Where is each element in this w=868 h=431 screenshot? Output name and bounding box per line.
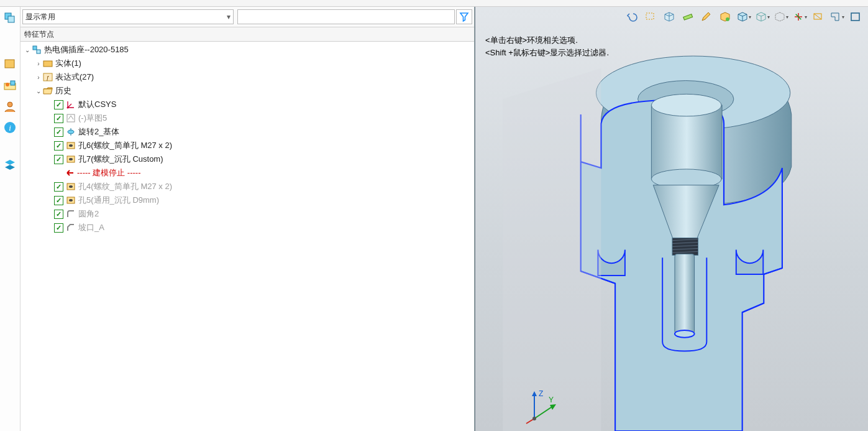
tree-row[interactable]: ✓孔7(螺纹_沉孔 Custom)	[21, 152, 474, 166]
svg-point-18	[69, 144, 73, 147]
hole-icon	[66, 182, 76, 192]
feature-tree[interactable]: ⌄ 热电偶插座--2020-5185 › 实体(1)	[21, 42, 474, 431]
tree-row[interactable]: › ƒ 表达式(27)	[21, 70, 474, 84]
feature-label: (-)草图5	[78, 113, 107, 124]
feature-label: 孔4(螺纹_简单孔 M27 x 2)	[78, 181, 172, 192]
svg-line-47	[534, 406, 553, 419]
svg-text:Z: Z	[539, 389, 543, 398]
layers-icon[interactable]	[2, 157, 17, 172]
side-toolbar: i	[0, 7, 21, 431]
expand-icon[interactable]: ›	[34, 59, 43, 68]
feature-checkbox[interactable]: ✓	[54, 182, 63, 192]
user-icon[interactable]	[2, 99, 17, 114]
model-viewport[interactable]: ▾ ▾ ▾ ▾ ▾ <单击右键>环境相关选项. <Shift +鼠标右键>显示选…	[475, 7, 868, 431]
svg-point-34	[651, 94, 721, 116]
feature-checkbox[interactable]: ✓	[54, 100, 63, 109]
feature-checkbox[interactable]: ✓	[54, 114, 63, 123]
collapse-icon[interactable]: ⌄	[34, 86, 43, 95]
tree-row[interactable]: ✓圆角2	[21, 207, 474, 221]
feature-tree-panel: 显示常用 ▾ 特征节点 ⌄	[21, 7, 475, 431]
filter-text-input[interactable]	[237, 9, 455, 24]
feature-label: 坡口_A	[78, 222, 104, 233]
feature-checkbox[interactable]: ✓	[54, 141, 63, 151]
folder-open-icon	[43, 86, 53, 96]
expression-icon: ƒ	[43, 72, 53, 82]
svg-text:i: i	[9, 123, 11, 132]
assembly-tree-icon[interactable]	[2, 11, 17, 25]
chamfer-icon	[66, 223, 76, 233]
svg-rect-2	[5, 60, 14, 68]
feature-label: 孔7(螺纹_沉孔 Custom)	[78, 154, 163, 165]
feature-checkbox[interactable]: ✓	[54, 196, 63, 205]
feature-label: 圆角2	[78, 208, 99, 220]
svg-text:Y: Y	[549, 396, 554, 404]
scene-icon[interactable]	[2, 78, 17, 93]
collapse-icon[interactable]: ⌄	[23, 45, 32, 54]
display-mode-label: 显示常用	[25, 12, 55, 22]
fillet-icon	[66, 209, 76, 219]
svg-point-20	[69, 158, 73, 160]
display-mode-select[interactable]: 显示常用 ▾	[22, 9, 234, 24]
axis-triad: Z Y	[525, 387, 562, 425]
filter-funnel-button[interactable]	[456, 9, 472, 24]
tree-row[interactable]: › 实体(1)	[21, 57, 474, 70]
sketch-icon	[66, 113, 76, 123]
info-icon[interactable]: i	[2, 120, 17, 135]
svg-point-4	[6, 83, 9, 86]
svg-point-43	[675, 330, 695, 338]
feature-label: 旋转2_基体	[78, 126, 119, 137]
svg-rect-5	[11, 81, 15, 85]
svg-rect-11	[43, 61, 52, 67]
svg-point-24	[69, 199, 73, 202]
chevron-down-icon: ▾	[227, 12, 231, 21]
svg-text:ƒ: ƒ	[46, 75, 49, 81]
tree-row[interactable]: ----- 建模停止 -----	[21, 166, 474, 180]
tree-root-label: 热电偶插座--2020-5185	[44, 44, 129, 55]
feature-checkbox[interactable]: ✓	[54, 127, 63, 137]
tree-row[interactable]: ✓默认CSYS	[21, 98, 474, 111]
tree-row[interactable]: ✓坡口_A	[21, 221, 474, 234]
filter-row: 显示常用 ▾	[21, 7, 474, 27]
tree-row[interactable]: ✓旋转2_基体	[21, 125, 474, 139]
model-render	[475, 7, 868, 431]
hole-icon	[66, 154, 76, 164]
svg-rect-1	[8, 16, 14, 22]
assembly-icon	[32, 45, 42, 55]
tree-row[interactable]: ✓孔5(通用_沉孔 D9mm)	[21, 193, 474, 207]
svg-point-16	[68, 130, 74, 134]
svg-point-22	[69, 185, 73, 188]
hole-icon	[66, 195, 76, 205]
tree-header: 特征节点	[21, 27, 474, 42]
svg-point-14	[67, 107, 69, 109]
tree-history-row[interactable]: ⌄ 历史	[21, 84, 474, 98]
svg-rect-9	[33, 46, 37, 50]
folder-icon	[43, 58, 53, 68]
tree-root-row[interactable]: ⌄ 热电偶插座--2020-5185	[21, 43, 474, 57]
body-display-icon[interactable]	[2, 57, 17, 72]
expand-icon[interactable]: ›	[34, 73, 43, 81]
feature-checkbox[interactable]: ✓	[54, 223, 63, 233]
hole-icon	[66, 141, 76, 151]
feature-checkbox[interactable]: ✓	[54, 210, 63, 219]
tree-row[interactable]: ✓孔4(螺纹_简单孔 M27 x 2)	[21, 180, 474, 193]
tree-row[interactable]: ✓孔6(螺纹_简单孔 M27 x 2)	[21, 139, 474, 152]
feature-label: 默认CSYS	[78, 99, 116, 110]
feature-label: 孔6(螺纹_简单孔 M27 x 2)	[78, 140, 172, 151]
stop-icon	[65, 168, 75, 178]
feature-checkbox[interactable]: ✓	[54, 155, 63, 164]
svg-rect-42	[675, 254, 695, 333]
svg-rect-10	[37, 50, 40, 53]
svg-point-51	[532, 417, 536, 420]
csys-icon	[66, 100, 76, 109]
tree-row[interactable]: ✓(-)草图5	[21, 111, 474, 125]
revolve-icon	[66, 127, 76, 137]
feature-label: 孔5(通用_沉孔 D9mm)	[78, 195, 159, 206]
feature-label: ----- 建模停止 -----	[77, 167, 141, 178]
svg-point-6	[7, 102, 12, 107]
svg-marker-45	[532, 391, 537, 396]
